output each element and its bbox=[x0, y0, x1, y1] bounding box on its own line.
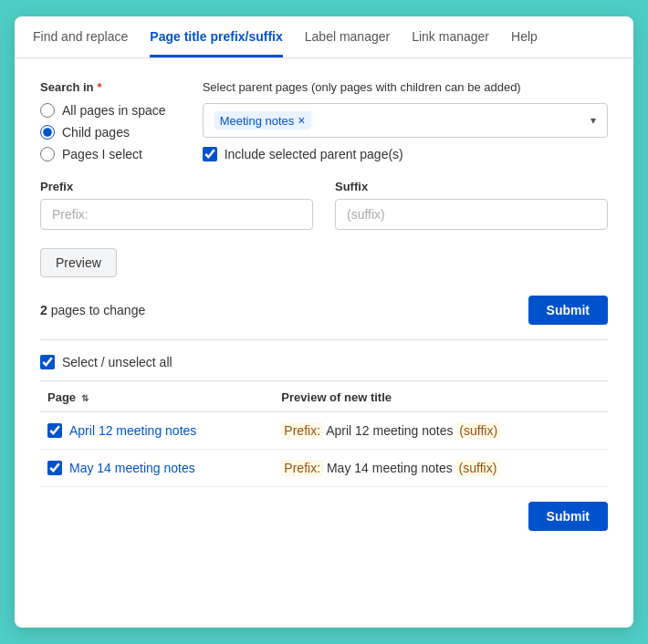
tab-page-title-prefix-suffix[interactable]: Page title prefix/suffix bbox=[150, 16, 282, 57]
main-window: Find and replace Page title prefix/suffi… bbox=[15, 16, 633, 628]
tag-label: Meeting notes bbox=[220, 114, 295, 128]
suffix-group: Suffix bbox=[335, 180, 608, 230]
select-all-row: Select / unselect all bbox=[40, 355, 608, 381]
row2-preview-cell: Prefix: May 14 meeting notes (suffix) bbox=[274, 450, 608, 487]
col-preview: Preview of new title bbox=[274, 381, 608, 412]
radio-child-pages-label: Child pages bbox=[62, 125, 130, 140]
parent-pages-group: Select parent pages (only pages with chi… bbox=[203, 80, 608, 161]
tab-help[interactable]: Help bbox=[511, 16, 538, 57]
required-star: * bbox=[98, 80, 102, 94]
row2-preview-text: Prefix: May 14 meeting notes (suffix) bbox=[281, 460, 499, 476]
row2-page-cell: May 14 meeting notes bbox=[40, 450, 274, 487]
parent-pages-label: Select parent pages (only pages with chi… bbox=[203, 80, 608, 94]
tag-remove-icon[interactable]: × bbox=[298, 113, 305, 128]
suffix-input[interactable] bbox=[335, 199, 608, 230]
row1-preview-text: Prefix: April 12 meeting notes (suffix) bbox=[281, 422, 500, 439]
tab-bar: Find and replace Page title prefix/suffi… bbox=[15, 16, 633, 58]
tab-label-manager[interactable]: Label manager bbox=[305, 16, 390, 57]
row2-middle-text: May 14 meeting notes bbox=[323, 461, 456, 475]
row1-page-link[interactable]: April 12 meeting notes bbox=[69, 423, 196, 438]
search-in-group: Search in * All pages in space Child pag… bbox=[40, 80, 166, 161]
dropdown-arrow-icon: ▾ bbox=[591, 114, 596, 127]
table-header: Page ⇅ Preview of new title bbox=[40, 381, 608, 412]
selected-tag-meeting-notes: Meeting notes × bbox=[214, 111, 311, 130]
radio-group: All pages in space Child pages Pages I s… bbox=[40, 103, 166, 161]
radio-pages-i-select-input[interactable] bbox=[40, 147, 55, 161]
include-parent-label: Include selected parent page(s) bbox=[225, 147, 403, 161]
sort-icon[interactable]: ⇅ bbox=[81, 393, 89, 403]
row1-middle-text: April 12 meeting notes bbox=[323, 423, 456, 438]
pages-count: 2 pages to change bbox=[40, 303, 145, 317]
radio-child-pages-input[interactable] bbox=[40, 125, 55, 140]
radio-all-pages-label: All pages in space bbox=[62, 103, 166, 118]
row2-prefix-highlight: Prefix: bbox=[281, 460, 323, 476]
radio-all-pages[interactable]: All pages in space bbox=[40, 103, 166, 118]
preview-button[interactable]: Preview bbox=[40, 248, 117, 277]
row2-suffix-highlight: (suffix) bbox=[456, 460, 500, 476]
prefix-group: Prefix bbox=[40, 180, 313, 230]
submit-button-bottom[interactable]: Submit bbox=[528, 502, 608, 531]
prefix-suffix-row: Prefix Suffix bbox=[40, 180, 608, 230]
search-section: Search in * All pages in space Child pag… bbox=[40, 80, 608, 161]
search-in-label: Search in * bbox=[40, 80, 166, 94]
radio-pages-i-select-label: Pages I select bbox=[62, 147, 142, 161]
tab-find-replace[interactable]: Find and replace bbox=[33, 16, 128, 57]
submit-button-top[interactable]: Submit bbox=[528, 296, 608, 325]
pages-count-text: pages to change bbox=[51, 303, 146, 317]
prefix-input[interactable] bbox=[40, 199, 313, 230]
include-parent-checkbox[interactable] bbox=[203, 147, 217, 161]
parent-pages-select[interactable]: Meeting notes × ▾ bbox=[203, 103, 608, 138]
row2-page-link[interactable]: May 14 meeting notes bbox=[69, 461, 195, 475]
pages-change-row: 2 pages to change Submit bbox=[40, 296, 608, 325]
radio-pages-i-select[interactable]: Pages I select bbox=[40, 147, 166, 161]
suffix-label: Suffix bbox=[335, 180, 608, 193]
include-parent-row: Include selected parent page(s) bbox=[203, 147, 608, 161]
row1-suffix-highlight: (suffix) bbox=[456, 422, 500, 439]
results-table: Page ⇅ Preview of new title April 12 mee… bbox=[40, 381, 608, 487]
tab-link-manager[interactable]: Link manager bbox=[412, 16, 489, 57]
col-page: Page ⇅ bbox=[40, 381, 274, 412]
table-row: May 14 meeting notes Prefix: May 14 meet… bbox=[40, 450, 608, 487]
select-all-label: Select / unselect all bbox=[62, 355, 172, 369]
table-row: April 12 meeting notes Prefix: April 12 … bbox=[40, 412, 608, 450]
radio-child-pages[interactable]: Child pages bbox=[40, 125, 166, 140]
radio-all-pages-input[interactable] bbox=[40, 103, 55, 118]
row2-checkbox[interactable] bbox=[47, 461, 62, 475]
divider-top bbox=[40, 339, 608, 340]
select-all-checkbox[interactable] bbox=[40, 355, 55, 369]
table-body: April 12 meeting notes Prefix: April 12 … bbox=[40, 412, 608, 487]
content-area: Search in * All pages in space Child pag… bbox=[15, 58, 633, 549]
pages-count-number: 2 bbox=[40, 303, 47, 317]
row1-preview-cell: Prefix: April 12 meeting notes (suffix) bbox=[274, 412, 608, 450]
row1-checkbox[interactable] bbox=[47, 423, 62, 438]
row1-page-cell: April 12 meeting notes bbox=[40, 412, 274, 450]
prefix-label: Prefix bbox=[40, 180, 313, 193]
bottom-submit-row: Submit bbox=[40, 487, 608, 531]
row1-prefix-highlight: Prefix: bbox=[281, 422, 323, 439]
